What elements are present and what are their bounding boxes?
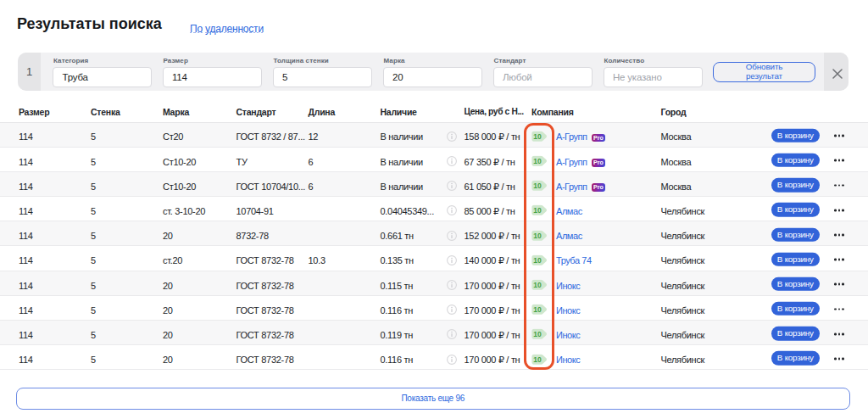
svg-text:10: 10 — [533, 355, 542, 363]
svg-text:10: 10 — [533, 182, 542, 190]
svg-text:10: 10 — [533, 330, 542, 338]
svg-text:10: 10 — [533, 132, 542, 141]
svg-text:10: 10 — [533, 157, 542, 165]
svg-text:10: 10 — [533, 305, 542, 314]
svg-text:10: 10 — [533, 231, 542, 239]
svg-text:10: 10 — [533, 256, 542, 265]
svg-text:10: 10 — [533, 281, 542, 289]
svg-text:10: 10 — [533, 206, 542, 215]
